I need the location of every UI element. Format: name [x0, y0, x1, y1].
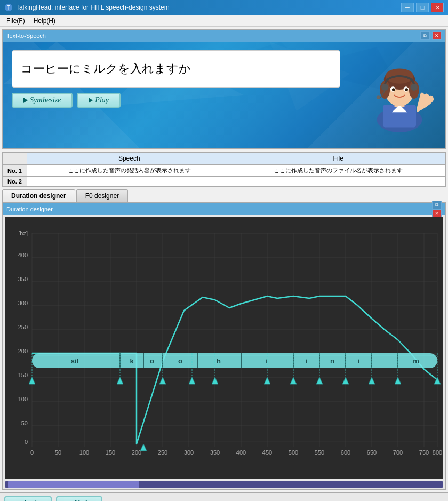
minimize-button[interactable]: ─ — [401, 3, 414, 12]
designer-panel-titlebar: Duration designer ⧉ ✕ — [3, 203, 445, 215]
designer-close-button[interactable]: ✕ — [432, 209, 442, 218]
apply-button[interactable]: Apply — [4, 496, 52, 501]
svg-text:300: 300 — [184, 449, 194, 456]
speech-table: Speech File No. 1 ここに作成した音声の発話内容が表示されます … — [3, 152, 445, 187]
help-menu[interactable]: Help(H) — [29, 16, 60, 26]
tts-panel: Text-to-Speech ⧉ ✕ コーヒーにミルクを入れますか — [2, 29, 446, 149]
play-play-icon — [89, 98, 93, 103]
file-menu[interactable]: File(F) — [2, 16, 29, 26]
svg-text:100: 100 — [18, 396, 28, 402]
svg-text:250: 250 — [158, 449, 167, 456]
svg-text:550: 550 — [315, 449, 324, 456]
svg-text:200: 200 — [132, 449, 141, 456]
svg-text:400: 400 — [18, 252, 28, 258]
tts-panel-title: Text-to-Speech — [6, 33, 420, 39]
tts-restore-button[interactable]: ⧉ — [420, 31, 430, 40]
table-header-file: File — [231, 153, 445, 165]
synthesize-play-icon — [23, 98, 28, 103]
table-row: No. 1 ここに作成した音声の発話内容が表示されます ここに作成した音声のファ… — [3, 165, 445, 177]
svg-text:700: 700 — [393, 449, 403, 456]
svg-text:o: o — [178, 357, 182, 365]
svg-text:sil: sil — [71, 357, 78, 365]
row1-file: ここに作成した音声のファイル名が表示されます — [231, 165, 445, 177]
svg-text:500: 500 — [289, 449, 298, 456]
play-button[interactable]: Play — [77, 93, 121, 108]
window-title: TalkingHead: interface for HITL speech-d… — [16, 4, 401, 11]
svg-text:m: m — [413, 357, 419, 365]
svg-text:150: 150 — [106, 449, 115, 456]
tts-panel-titlebar: Text-to-Speech ⧉ ✕ — [3, 30, 445, 42]
text-input[interactable]: コーヒーにミルクを入れますか — [12, 50, 340, 88]
svg-text:800: 800 — [433, 449, 442, 456]
chart-scrollbar[interactable] — [5, 481, 443, 488]
synthesize-label: Synthesize — [30, 96, 61, 105]
row1-id: No. 1 — [3, 165, 27, 177]
designer-panel-title: Duration designer — [6, 206, 432, 212]
undo-button[interactable]: Undo — [56, 496, 102, 501]
menu-bar: File(F) Help(H) — [0, 15, 448, 27]
synthesize-button[interactable]: Synthesize — [12, 93, 73, 108]
row2-speech — [27, 177, 231, 187]
bottom-bar: Apply Undo — [0, 492, 448, 501]
svg-text:150: 150 — [18, 372, 28, 378]
svg-text:0: 0 — [25, 439, 28, 445]
maximize-button[interactable]: □ — [416, 3, 429, 12]
svg-text:200: 200 — [18, 348, 28, 354]
svg-text:600: 600 — [341, 449, 350, 456]
svg-rect-24 — [5, 217, 443, 479]
svg-text:h: h — [217, 357, 221, 365]
svg-text:i: i — [305, 357, 307, 365]
svg-point-23 — [377, 95, 381, 99]
svg-text:450: 450 — [262, 449, 272, 456]
svg-text:250: 250 — [18, 324, 28, 330]
designer-restore-button[interactable]: ⧉ — [432, 201, 442, 209]
tab-duration-designer[interactable]: Duration designer — [2, 189, 75, 202]
row2-file — [231, 177, 445, 187]
svg-text:n: n — [330, 357, 334, 365]
designer-panel-buttons: ⧉ ✕ — [432, 201, 442, 218]
app-icon: T — [4, 3, 13, 12]
svg-text:0: 0 — [30, 449, 34, 456]
svg-text:50: 50 — [21, 420, 28, 426]
svg-text:i: i — [357, 357, 359, 365]
svg-text:350: 350 — [18, 276, 28, 282]
svg-point-19 — [392, 88, 395, 91]
svg-point-22 — [411, 84, 418, 91]
svg-text:650: 650 — [367, 449, 377, 456]
svg-text:T: T — [7, 5, 10, 11]
svg-text:350: 350 — [210, 449, 220, 456]
row2-id: No. 2 — [3, 177, 27, 187]
play-label: Play — [95, 96, 109, 105]
svg-text:[hz]: [hz] — [18, 230, 28, 236]
input-text-value: コーヒーにミルクを入れますか — [21, 61, 191, 77]
svg-text:300: 300 — [18, 300, 28, 306]
svg-point-20 — [405, 88, 408, 91]
svg-rect-80 — [32, 353, 437, 368]
speech-table-area: Speech File No. 1 ここに作成した音声の発話内容が表示されます … — [2, 152, 446, 187]
tabs-row: Duration designer F0 designer — [2, 189, 446, 202]
row1-speech: ここに作成した音声の発話内容が表示されます — [27, 165, 231, 177]
chart-area[interactable]: [hz] 400 350 300 250 200 150 100 50 0 0 … — [5, 217, 443, 479]
table-header-speech: Speech — [27, 153, 231, 165]
svg-text:400: 400 — [236, 449, 246, 456]
duration-chart: [hz] 400 350 300 250 200 150 100 50 0 0 … — [5, 217, 443, 479]
svg-text:50: 50 — [55, 449, 61, 456]
designer-panel: Duration designer ⧉ ✕ — [2, 202, 446, 490]
close-button[interactable]: ✕ — [431, 3, 444, 12]
table-row: No. 2 — [3, 177, 445, 187]
title-bar: T TalkingHead: interface for HITL speech… — [0, 0, 448, 15]
svg-text:k: k — [130, 357, 134, 365]
svg-point-21 — [381, 84, 388, 91]
tab-f0-designer[interactable]: F0 designer — [76, 189, 128, 202]
svg-text:750: 750 — [419, 449, 429, 456]
title-bar-buttons: ─ □ ✕ — [401, 3, 444, 12]
tts-close-button[interactable]: ✕ — [432, 31, 442, 40]
avatar — [359, 47, 439, 132]
svg-text:i: i — [266, 357, 268, 365]
table-header-id — [3, 153, 27, 165]
tts-content-area: コーヒーにミルクを入れますか — [3, 42, 445, 148]
svg-text:100: 100 — [79, 449, 89, 456]
svg-text:o: o — [150, 357, 154, 365]
